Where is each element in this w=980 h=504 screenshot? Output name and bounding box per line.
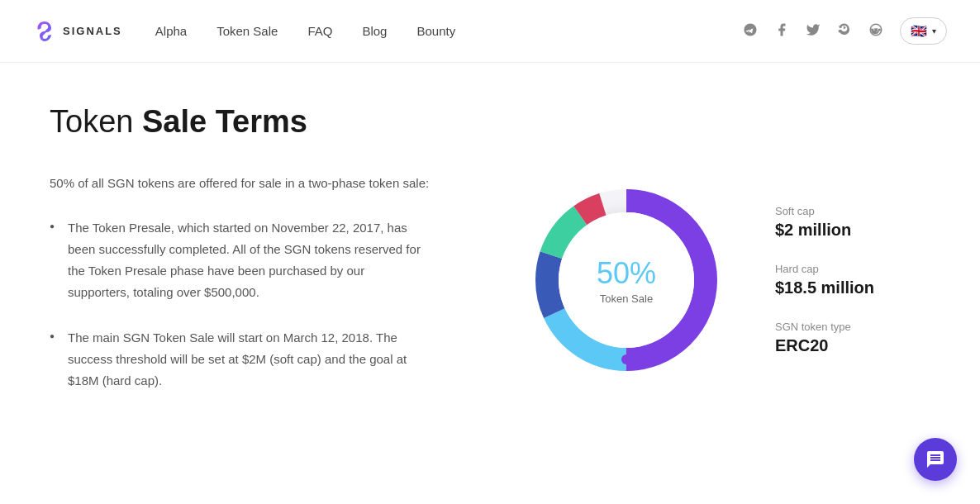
intro-text: 50% of all SGN tokens are offered for sa… xyxy=(50,173,430,194)
nav-tokensale[interactable]: Token Sale xyxy=(216,24,278,38)
lang-dropdown-arrow: ▾ xyxy=(932,26,936,36)
logo-icon xyxy=(33,20,56,43)
title-bold: Sale Terms xyxy=(142,104,307,139)
nav-blog[interactable]: Blog xyxy=(362,24,387,38)
logo-text: SIGNALS xyxy=(63,25,122,37)
stat-softcap: Soft cap $2 million xyxy=(775,205,874,240)
language-selector[interactable]: 🇬🇧 ▾ xyxy=(900,17,947,45)
page-title: Token Sale Terms xyxy=(50,104,930,140)
nav-faq[interactable]: FAQ xyxy=(307,24,332,38)
chart-area: 50% Token Sale Soft cap $2 million Hard … xyxy=(463,173,930,388)
list-item: The main SGN Token Sale will start on Ma… xyxy=(50,327,430,392)
nav-links: Alpha Token Sale FAQ Blog Bounty xyxy=(155,24,455,38)
nav-left: SIGNALS Alpha Token Sale FAQ Blog Bounty xyxy=(33,20,455,43)
stat-tokentype-value: ERC20 xyxy=(775,336,874,355)
stat-softcap-value: $2 million xyxy=(775,221,874,240)
stat-hardcap-label: Hard cap xyxy=(775,263,874,275)
bullet-list: The Token Presale, which started on Nove… xyxy=(50,217,430,392)
flag-icon: 🇬🇧 xyxy=(911,23,927,39)
telegram-icon[interactable] xyxy=(743,22,758,40)
donut-percent: 50% xyxy=(597,256,656,291)
stat-tokentype-label: SGN token type xyxy=(775,321,874,333)
donut-label: Token Sale xyxy=(597,292,656,305)
segment-indicator xyxy=(621,354,631,364)
stat-softcap-label: Soft cap xyxy=(775,205,874,217)
main-content: Token Sale Terms 50% of all SGN tokens a… xyxy=(0,63,980,464)
chat-icon xyxy=(925,449,945,464)
twitter-icon[interactable] xyxy=(806,22,821,40)
donut-chart: 50% Token Sale xyxy=(519,173,734,388)
facebook-icon[interactable] xyxy=(774,22,789,40)
logo[interactable]: SIGNALS xyxy=(33,20,122,43)
nav-right: 🇬🇧 ▾ xyxy=(743,17,947,45)
stat-hardcap-value: $18.5 million xyxy=(775,278,874,297)
navbar: SIGNALS Alpha Token Sale FAQ Blog Bounty xyxy=(0,0,980,63)
nav-bounty[interactable]: Bounty xyxy=(416,24,455,38)
list-item: The Token Presale, which started on Nove… xyxy=(50,217,430,304)
text-section: 50% of all SGN tokens are offered for sa… xyxy=(50,173,430,415)
nav-alpha[interactable]: Alpha xyxy=(155,24,187,38)
stats-section: Soft cap $2 million Hard cap $18.5 milli… xyxy=(775,205,874,355)
stat-tokentype: SGN token type ERC20 xyxy=(775,321,874,355)
title-light: Token xyxy=(50,104,142,139)
stat-hardcap: Hard cap $18.5 million xyxy=(775,263,874,297)
content-area: 50% of all SGN tokens are offered for sa… xyxy=(50,173,930,415)
donut-center-text: 50% Token Sale xyxy=(597,256,656,305)
bitcoin-icon[interactable] xyxy=(837,22,852,40)
reddit-icon[interactable] xyxy=(868,22,883,40)
